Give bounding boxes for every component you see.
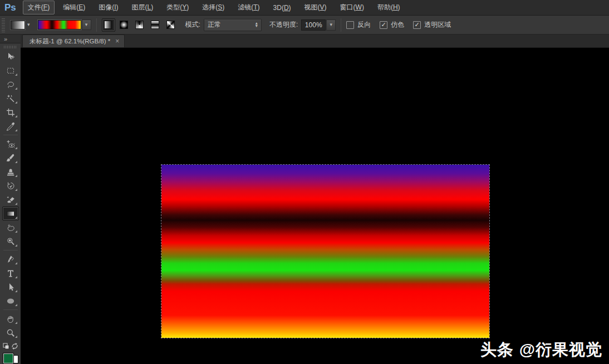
menu-item-i[interactable]: 图像(I) — [94, 1, 123, 14]
close-icon[interactable]: × — [115, 38, 119, 45]
move-tool[interactable] — [2, 50, 19, 63]
healing-brush-tool[interactable] — [2, 137, 19, 151]
tool-options-bar: ▾ ▾ 模式: 正常 ▴▾ 不透明度: 100% ▾ 反向✓仿色✓透明区域 — [0, 16, 609, 35]
menu-item-l[interactable]: 图层(L) — [127, 1, 159, 14]
linear-gradient-icon — [104, 21, 112, 29]
checkbox-2[interactable]: ✓ — [413, 21, 421, 29]
separator — [96, 18, 97, 32]
gradient-type-buttons — [102, 18, 178, 32]
gradient-fill-selection[interactable] — [161, 165, 489, 338]
tool-preset-picker[interactable]: ▾ — [8, 19, 33, 31]
photoshop-logo: Ps — [0, 2, 21, 13]
magic-wand-tool[interactable] — [2, 91, 19, 105]
tool-group-separator — [3, 309, 18, 310]
menu-item-f[interactable]: 文件(F) — [23, 1, 55, 14]
checkbox-label: 透明区域 — [424, 20, 451, 29]
watermark: 头条 @衍果视觉 — [480, 339, 602, 361]
color-swatches — [2, 353, 19, 364]
gradient-tool[interactable] — [2, 206, 19, 220]
zoom-tool[interactable] — [2, 326, 19, 340]
menu-items: 文件(F)编辑(E)图像(I)图层(L)类型(Y)选择(S)滤镜(T)3D(D)… — [21, 0, 407, 15]
menu-item-e[interactable]: 编辑(E) — [58, 1, 90, 14]
lasso-tool[interactable] — [2, 77, 19, 91]
ellipse-tool[interactable] — [2, 294, 19, 308]
smudge-tool[interactable] — [2, 220, 19, 234]
menu-item-h[interactable]: 帮助(H) — [372, 1, 405, 14]
separator — [341, 18, 341, 32]
menu-item-y[interactable]: 类型(Y) — [161, 1, 194, 14]
dodge-tool[interactable] — [2, 234, 19, 248]
swap-colors-icon[interactable] — [11, 342, 18, 352]
document-tab-bar: 未标题-1 @ 62.1%(RGB/8) * × — [21, 35, 609, 48]
linear-gradient-button[interactable] — [102, 18, 115, 32]
menu-item-s[interactable]: 选择(S) — [197, 1, 229, 14]
gradient-picker-dropdown-button[interactable]: ▾ — [82, 19, 91, 30]
tools-panel-header: » — [0, 35, 21, 43]
reflected-gradient-button[interactable] — [149, 18, 162, 32]
radial-gradient-icon — [120, 21, 128, 29]
opacity-dropdown-button[interactable]: ▾ — [326, 19, 336, 31]
angle-gradient-icon — [135, 21, 144, 29]
eraser-tool[interactable] — [2, 193, 19, 206]
chevron-down-icon: ▾ — [27, 22, 30, 27]
menu-item-d[interactable]: 3D(D) — [268, 2, 296, 14]
menu-item-w[interactable]: 窗口(W) — [335, 1, 369, 14]
brush-tool[interactable] — [2, 151, 19, 165]
checkbox-0[interactable] — [346, 21, 354, 29]
crop-tool[interactable] — [2, 105, 19, 119]
diamond-gradient-button[interactable] — [164, 18, 178, 32]
opacity-label: 不透明度: — [269, 20, 298, 29]
clone-stamp-tool[interactable] — [2, 165, 19, 179]
collapse-panel-icon[interactable]: » — [4, 36, 7, 42]
chevron-down-icon: ▾ — [330, 22, 332, 27]
angle-gradient-button[interactable] — [133, 18, 146, 32]
spinner-arrows-icon: ▴▾ — [256, 22, 258, 27]
canvas-area[interactable]: 头条 @衍果视觉 — [21, 48, 609, 364]
path-selection-tool[interactable] — [2, 280, 19, 294]
gradient-preview-bar[interactable] — [38, 20, 81, 29]
blend-mode-value: 正常 — [208, 20, 221, 29]
checkbox-label: 仿色 — [391, 20, 404, 29]
document-tab[interactable]: 未标题-1 @ 62.1%(RGB/8) * × — [22, 35, 125, 47]
history-brush-tool[interactable] — [2, 179, 19, 193]
default-colors-icon[interactable] — [3, 342, 9, 352]
eyedropper-tool[interactable] — [2, 119, 19, 133]
diamond-gradient-icon — [166, 21, 175, 29]
gradient-tool-preset-icon — [11, 21, 25, 29]
hand-tool[interactable] — [2, 312, 19, 326]
watermark-brand: 头条 — [480, 339, 514, 361]
rectangular-marquee-tool[interactable] — [2, 63, 19, 77]
checkbox-label: 反向 — [357, 20, 371, 29]
options-bar-grip[interactable] — [2, 18, 5, 32]
tool-group-separator — [3, 135, 18, 135]
opacity-input[interactable]: 100% — [301, 19, 326, 31]
tool-group-separator — [3, 250, 18, 250]
menu-item-v[interactable]: 视图(V) — [299, 1, 332, 14]
type-tool[interactable] — [2, 266, 19, 280]
chevron-down-icon: ▾ — [85, 22, 88, 27]
menu-item-t[interactable]: 滤镜(T) — [233, 1, 264, 14]
document-tab-title: 未标题-1 @ 62.1%(RGB/8) * — [30, 37, 110, 46]
tools-panel-grip[interactable] — [4, 46, 17, 48]
foreground-color-swatch[interactable] — [3, 353, 14, 364]
mode-label: 模式: — [185, 20, 200, 29]
tools-panel: » — [0, 35, 21, 364]
reflected-gradient-icon — [151, 21, 159, 29]
option-checkboxes: 反向✓仿色✓透明区域 — [346, 20, 460, 29]
watermark-handle: @衍果视觉 — [519, 339, 602, 361]
radial-gradient-button[interactable] — [117, 18, 131, 32]
menu-bar: Ps 文件(F)编辑(E)图像(I)图层(L)类型(Y)选择(S)滤镜(T)3D… — [0, 0, 609, 16]
blend-mode-select[interactable]: 正常 ▴▾ — [204, 19, 262, 31]
checkbox-1[interactable]: ✓ — [380, 21, 387, 29]
pen-tool[interactable] — [2, 252, 19, 266]
